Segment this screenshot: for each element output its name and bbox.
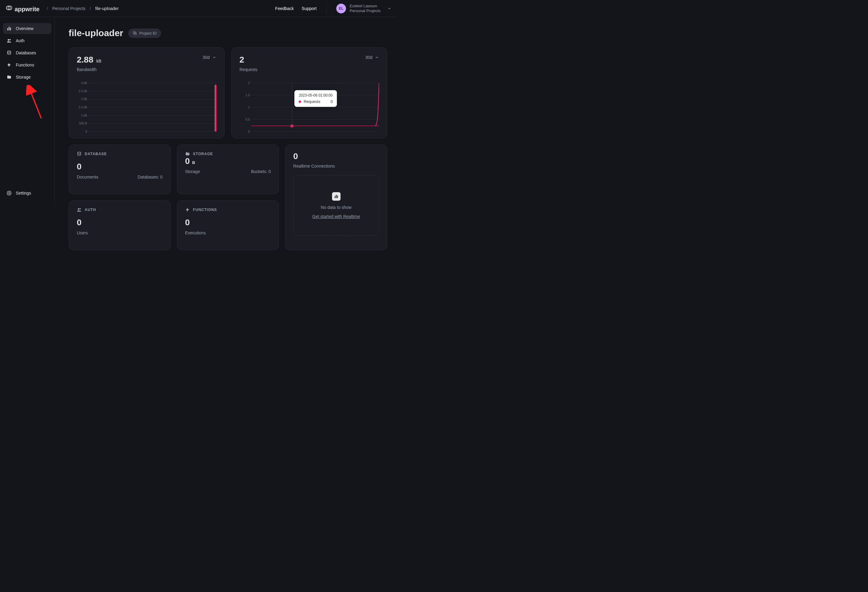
svg-point-6 bbox=[9, 39, 10, 40]
svg-point-5 bbox=[7, 39, 9, 41]
user-name: Ezekiel Lawson bbox=[350, 4, 381, 9]
axis-tick-label: 0 bbox=[77, 130, 87, 133]
axis-tick-label: 2 bbox=[239, 81, 250, 85]
breadcrumb-sep: / bbox=[47, 6, 48, 11]
gridline bbox=[88, 99, 216, 99]
topbar: appwrite / Personal Projects / file-uplo… bbox=[0, 0, 397, 17]
breadcrumb-project[interactable]: file-uploader bbox=[95, 6, 119, 11]
breadcrumb-org[interactable]: Personal Projects bbox=[52, 6, 86, 11]
sidebar-item-label: Settings bbox=[16, 190, 31, 195]
bandwidth-value: 2.88 bbox=[77, 55, 93, 64]
gridline bbox=[251, 131, 379, 132]
axis-tick-label: 1 kB bbox=[77, 114, 87, 117]
brand-logo[interactable]: appwrite bbox=[6, 4, 40, 13]
database-icon bbox=[77, 152, 82, 156]
requests-spike bbox=[375, 83, 379, 126]
auth-left-label: Users bbox=[77, 230, 88, 235]
axis-tick-label: 500 B bbox=[77, 122, 87, 125]
tooltip-date: 2023-05-06 01:00:00 bbox=[299, 93, 333, 97]
sidebar: Overview Auth Databases Functions bbox=[0, 17, 55, 205]
range-value: 30d bbox=[365, 55, 372, 60]
realtime-card: 0 Realtime Connections No data to show G… bbox=[285, 145, 387, 250]
storage-left-label: Storage bbox=[185, 169, 200, 174]
sidebar-item-functions[interactable]: Functions bbox=[3, 59, 51, 71]
tooltip-series-label: Requests bbox=[304, 99, 328, 104]
sidebar-item-databases[interactable]: Databases bbox=[3, 47, 51, 58]
functions-icon bbox=[7, 62, 12, 67]
storage-card[interactable]: STORAGE 0 B Storage Buckets: 0 bbox=[177, 145, 279, 194]
bandwidth-bar-last bbox=[214, 85, 216, 131]
bandwidth-range-select[interactable]: 30d bbox=[203, 55, 216, 60]
requests-chart: 21.510.50 2023-05-06 01:00:00 bbox=[239, 83, 379, 131]
functions-card[interactable]: FUNCTIONS 0 Executions bbox=[177, 200, 279, 250]
auth-card[interactable]: AUTH 0 Users bbox=[69, 200, 171, 250]
sidebar-item-settings[interactable]: Settings bbox=[3, 187, 51, 199]
project-id-label: Project ID bbox=[139, 31, 156, 35]
sidebar-item-overview[interactable]: Overview bbox=[3, 23, 51, 34]
svg-rect-14 bbox=[337, 195, 338, 198]
requests-range-select[interactable]: 30d bbox=[365, 55, 379, 60]
database-right-label: Databases: 0 bbox=[137, 174, 163, 179]
range-value: 30d bbox=[203, 55, 210, 60]
database-left-label: Documents bbox=[77, 174, 98, 179]
breadcrumb-sep: / bbox=[90, 6, 91, 11]
gear-icon bbox=[7, 190, 12, 195]
sidebar-item-label: Functions bbox=[16, 62, 34, 67]
chevron-down-icon bbox=[375, 55, 379, 59]
storage-right-label: Buckets: 0 bbox=[251, 169, 271, 174]
chevron-down-icon bbox=[387, 6, 391, 10]
feedback-link[interactable]: Feedback bbox=[275, 6, 294, 11]
requests-series-line bbox=[251, 126, 379, 126]
sidebar-item-auth[interactable]: Auth bbox=[3, 35, 51, 46]
svg-rect-4 bbox=[10, 28, 11, 30]
gridline bbox=[88, 115, 216, 116]
main-content: file-uploader Project ID 2.88 kB Bandwid… bbox=[55, 17, 397, 271]
realtime-get-started-link[interactable]: Get started with Realtime bbox=[312, 214, 360, 219]
axis-tick-label: 0 bbox=[239, 130, 250, 133]
axis-tick-label: 1.5 bbox=[239, 93, 250, 97]
sidebar-nav: Overview Auth Databases Functions bbox=[3, 23, 51, 83]
requests-card: 2 Requests 30d 21.510.50 bbox=[231, 47, 387, 139]
users-icon bbox=[77, 207, 82, 212]
sidebar-item-label: Storage bbox=[16, 75, 31, 80]
svg-rect-2 bbox=[7, 28, 8, 30]
copy-icon bbox=[133, 31, 137, 35]
auth-icon bbox=[7, 38, 12, 43]
axis-tick-label: 1 bbox=[239, 106, 250, 109]
realtime-label: Realtime Connections bbox=[293, 164, 379, 168]
support-link[interactable]: Support bbox=[302, 6, 317, 11]
sidebar-item-label: Overview bbox=[16, 26, 33, 31]
bar-chart-icon bbox=[332, 192, 341, 201]
database-value: 0 bbox=[77, 162, 163, 171]
gridline bbox=[88, 107, 216, 108]
tooltip-series-value: 0 bbox=[331, 99, 333, 104]
axis-tick-label: 0.5 bbox=[239, 118, 250, 121]
axis-tick-label: 2.5 kB bbox=[77, 89, 87, 93]
storage-icon bbox=[7, 75, 12, 80]
sidebar-item-storage[interactable]: Storage bbox=[3, 72, 51, 83]
overview-icon bbox=[7, 26, 12, 31]
gridline bbox=[88, 131, 216, 132]
svg-rect-13 bbox=[336, 195, 337, 198]
axis-tick-label: 1.5 kB bbox=[77, 106, 87, 109]
requests-tooltip: 2023-05-06 01:00:00 Requests 0 bbox=[294, 90, 337, 107]
requests-hover-guide bbox=[292, 83, 292, 126]
chevron-down-icon bbox=[212, 55, 216, 59]
svg-point-16 bbox=[80, 208, 81, 210]
realtime-empty-message: No data to show bbox=[321, 205, 351, 210]
user-org: Personal Projects bbox=[350, 9, 381, 13]
storage-unit: B bbox=[192, 160, 195, 165]
sidebar-item-label: Auth bbox=[16, 38, 25, 43]
requests-value: 2 bbox=[239, 55, 244, 64]
realtime-value: 0 bbox=[293, 152, 379, 161]
project-id-pill[interactable]: Project ID bbox=[128, 28, 161, 38]
account-menu[interactable]: EL Ezekiel Lawson Personal Projects bbox=[336, 4, 391, 13]
database-card[interactable]: DATABASE 0 Documents Databases: 0 bbox=[69, 145, 171, 194]
breadcrumb: / Personal Projects / file-uploader bbox=[47, 6, 119, 11]
series-dot-icon bbox=[299, 100, 301, 103]
svg-rect-12 bbox=[334, 196, 335, 198]
svg-rect-3 bbox=[9, 27, 10, 30]
avatar: EL bbox=[336, 4, 346, 13]
svg-point-7 bbox=[7, 51, 11, 52]
realtime-empty-state: No data to show Get started with Realtim… bbox=[293, 175, 379, 236]
